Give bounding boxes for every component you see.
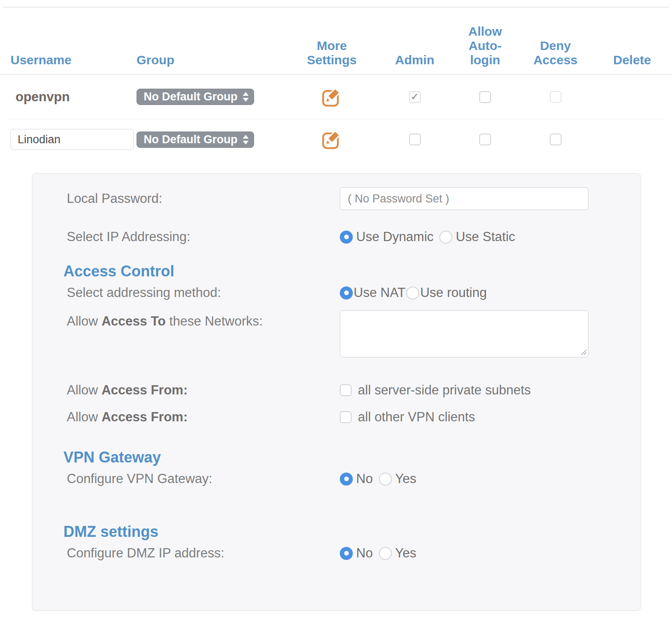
addressing-method-row: Select addressing method: Use NAT Use ro… — [32, 285, 640, 300]
column-header-deny-access: Deny Access — [510, 39, 601, 67]
access-from-label: Allow Access From: — [67, 383, 340, 398]
autologin-cell — [460, 91, 510, 103]
admin-cell: ✓ — [370, 91, 460, 103]
table-header-row: Username Group More Settings Admin Allow… — [0, 8, 672, 74]
configure-vpn-gateway-row: Configure VPN Gateway: No Yes — [32, 471, 640, 486]
dmz-no-label: No — [356, 546, 373, 561]
vpn-gateway-title: VPN Gateway — [32, 449, 640, 466]
use-static-radio[interactable] — [439, 231, 452, 244]
use-static-label: Use Static — [456, 229, 515, 244]
group-cell: No Default Group — [136, 89, 294, 105]
use-routing-radio[interactable] — [406, 286, 419, 299]
group-cell: No Default Group — [136, 131, 294, 148]
configure-dmz-label: Configure DMZ IP address: — [67, 546, 340, 561]
edit-settings-button[interactable] — [321, 87, 342, 108]
all-server-side-subnets-label: all server-side private subnets — [358, 383, 531, 398]
ip-addressing-row: Select IP Addressing: Use Dynamic Use St… — [32, 229, 640, 244]
new-username-input[interactable] — [10, 129, 134, 150]
column-header-username: Username — [10, 53, 136, 67]
allow-autologin-checkbox[interactable] — [479, 134, 491, 145]
local-password-label: Local Password: — [67, 191, 340, 206]
local-password-row: Local Password: — [32, 187, 640, 210]
column-header-more-settings: More Settings — [294, 39, 370, 67]
access-control-title: Access Control — [32, 263, 640, 280]
edit-pencil-icon — [321, 87, 342, 108]
user-settings-panel: Local Password: Select IP Addressing: Us… — [32, 173, 641, 611]
use-nat-radio[interactable] — [340, 286, 353, 299]
dmz-yes-label: Yes — [395, 546, 417, 561]
table-row-openvpn: openvpn No Default Group ✓ — [0, 75, 672, 119]
configure-vpn-gateway-label: Configure VPN Gateway: — [67, 471, 340, 486]
column-header-delete: Delete — [601, 53, 664, 67]
group-select[interactable]: No Default Group — [136, 131, 254, 148]
vpn-gateway-yes-label: Yes — [395, 471, 417, 486]
select-arrows-icon — [243, 92, 249, 102]
deny-access-checkbox[interactable] — [550, 134, 562, 145]
use-dynamic-label: Use Dynamic — [356, 229, 433, 244]
configure-dmz-row: Configure DMZ IP address: No Yes — [32, 546, 640, 561]
more-settings-cell — [294, 129, 370, 150]
column-header-admin: Admin — [370, 53, 460, 67]
dmz-settings-title: DMZ settings — [32, 523, 640, 540]
check-icon: ✓ — [411, 92, 419, 102]
access-from-label: Allow Access From: — [67, 410, 340, 425]
vpn-gateway-no-label: No — [356, 471, 373, 486]
all-other-vpn-clients-label: all other VPN clients — [358, 410, 475, 425]
ip-addressing-label: Select IP Addressing: — [67, 229, 340, 244]
access-to-networks-row: Allow Access To these Networks: — [32, 310, 640, 357]
autologin-cell — [460, 134, 510, 145]
use-routing-label: Use routing — [420, 285, 487, 300]
dmz-yes-radio[interactable] — [379, 547, 392, 560]
access-from-subnets-row: Allow Access From: all server-side priva… — [32, 383, 640, 398]
access-from-clients-row: Allow Access From: all other VPN clients — [32, 410, 640, 425]
all-other-vpn-clients-checkbox[interactable] — [340, 411, 352, 423]
use-dynamic-radio[interactable] — [340, 231, 353, 244]
column-header-allow-autologin: Allow Auto-login — [460, 24, 510, 67]
allow-autologin-checkbox[interactable] — [479, 91, 491, 103]
select-arrows-icon — [243, 135, 249, 144]
access-to-networks-textarea[interactable] — [340, 310, 588, 357]
all-server-side-subnets-checkbox[interactable] — [340, 384, 352, 396]
table-row-new-user: No Default Group — [0, 119, 672, 160]
vpn-gateway-yes-radio[interactable] — [379, 473, 392, 486]
dmz-no-radio[interactable] — [340, 547, 353, 560]
addressing-method-label: Select addressing method: — [67, 285, 340, 300]
access-to-networks-label: Allow Access To these Networks: — [67, 314, 340, 329]
group-select-value: No Default Group — [144, 90, 238, 103]
more-settings-cell — [294, 87, 370, 108]
resize-grip-icon[interactable] — [580, 349, 587, 355]
group-select-value: No Default Group — [144, 133, 238, 146]
local-password-input[interactable] — [340, 187, 588, 210]
users-table: Username Group More Settings Admin Allow… — [0, 8, 672, 160]
admin-checkbox[interactable]: ✓ — [409, 91, 421, 103]
username-cell: openvpn — [10, 89, 136, 105]
admin-cell — [370, 134, 460, 145]
username-text: openvpn — [10, 89, 70, 105]
username-cell — [10, 129, 136, 150]
group-select[interactable]: No Default Group — [136, 89, 254, 105]
admin-checkbox[interactable] — [409, 134, 421, 145]
edit-settings-button[interactable] — [321, 129, 342, 150]
deny-access-cell — [510, 134, 601, 145]
column-header-group: Group — [136, 53, 294, 67]
deny-access-checkbox[interactable] — [550, 91, 562, 103]
vpn-gateway-no-radio[interactable] — [340, 473, 353, 486]
deny-access-cell — [510, 91, 601, 103]
use-nat-label: Use NAT — [354, 285, 405, 300]
edit-pencil-icon — [321, 129, 342, 150]
